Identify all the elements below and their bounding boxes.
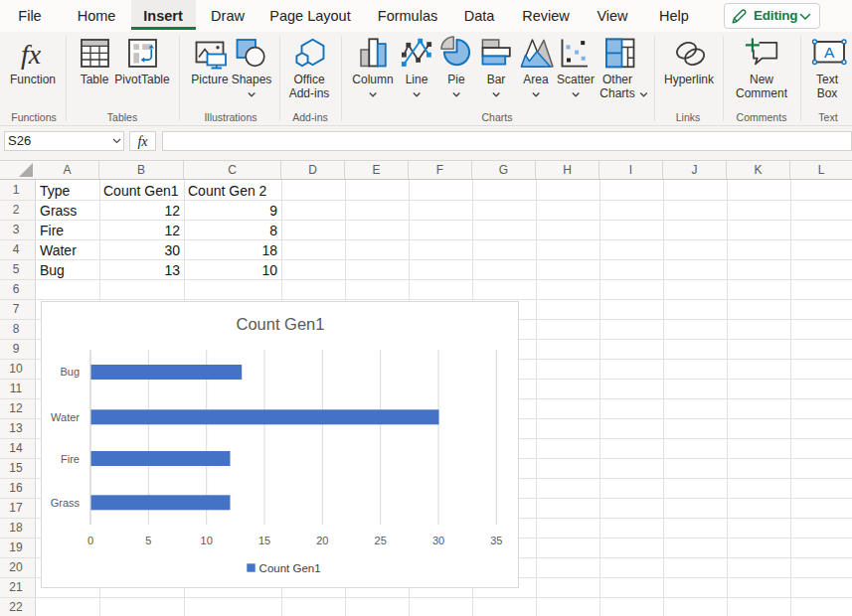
- svg-text:30: 30: [432, 535, 444, 546]
- svg-text:5: 5: [145, 535, 151, 546]
- svg-text:fx: fx: [21, 39, 42, 70]
- svg-text:35: 35: [490, 535, 502, 546]
- svg-text:Fire: Fire: [61, 453, 80, 465]
- svg-text:25: 25: [375, 535, 387, 546]
- svg-text:0: 0: [87, 535, 93, 546]
- svg-text:Bug: Bug: [60, 366, 80, 378]
- svg-text:Grass: Grass: [51, 497, 81, 509]
- svg-text:Water: Water: [51, 411, 80, 423]
- svg-text:Count Gen1: Count Gen1: [237, 315, 325, 333]
- svg-text:15: 15: [258, 535, 270, 546]
- svg-text:A: A: [824, 44, 835, 61]
- svg-text:20: 20: [316, 535, 328, 546]
- svg-text:10: 10: [201, 535, 213, 546]
- svg-text:Count Gen1: Count Gen1: [259, 562, 321, 574]
